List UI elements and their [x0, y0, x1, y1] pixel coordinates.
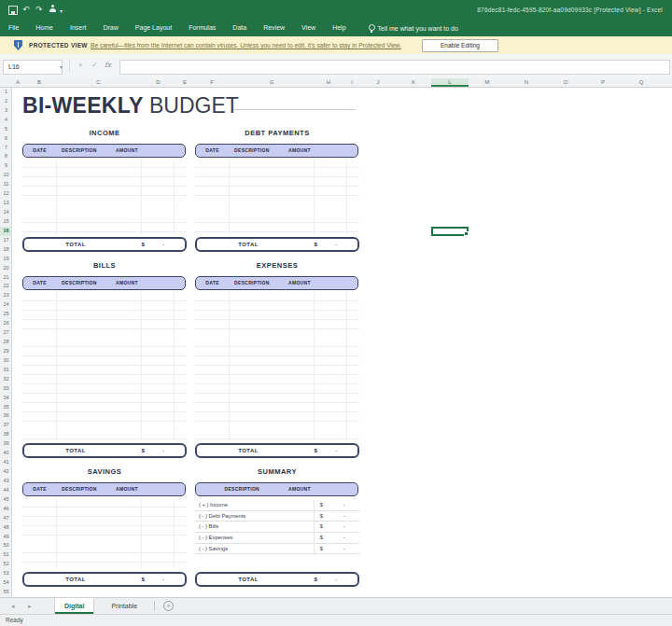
row-header-23[interactable]: 23	[0, 291, 12, 300]
column-header-p[interactable]: P	[584, 78, 622, 87]
row-header-25[interactable]: 25	[0, 310, 12, 319]
cancel-icon[interactable]: ×	[78, 61, 83, 69]
name-box[interactable]: L16	[3, 60, 63, 75]
column-header-h[interactable]: H	[314, 78, 343, 87]
column-header-j[interactable]: J	[360, 78, 396, 87]
ribbon-tab-review[interactable]: Review	[255, 20, 293, 36]
column-header-m[interactable]: M	[469, 78, 506, 87]
column-header-i[interactable]: I	[343, 78, 360, 87]
ribbon-tab-insert[interactable]: Insert	[62, 20, 95, 36]
prev-sheet-icon[interactable]: ◂	[11, 603, 15, 610]
user-icon[interactable]	[49, 5, 57, 13]
row-header-9[interactable]: 9	[0, 161, 12, 171]
row-header-5[interactable]: 5	[0, 125, 12, 134]
ribbon-tab-data[interactable]: Data	[224, 20, 255, 36]
row-header-26[interactable]: 26	[0, 319, 12, 328]
row-header-2[interactable]: 2	[0, 97, 12, 106]
save-icon[interactable]	[8, 6, 18, 15]
row-header-46[interactable]: 46	[0, 505, 12, 514]
row-header-55[interactable]: 55	[0, 588, 12, 597]
row-header-48[interactable]: 48	[0, 523, 12, 533]
row-header-17[interactable]: 17	[0, 236, 12, 245]
row-header-37[interactable]: 37	[0, 421, 12, 430]
column-header-f[interactable]: F	[194, 78, 230, 87]
row-header-24[interactable]: 24	[0, 300, 12, 310]
row-header-33[interactable]: 33	[0, 384, 12, 394]
row-header-32[interactable]: 32	[0, 375, 12, 384]
ribbon-tab-home[interactable]: Home	[27, 20, 62, 36]
row-header-52[interactable]: 52	[0, 560, 12, 569]
name-box-dropdown-icon[interactable]: ▾	[60, 63, 63, 70]
row-header-54[interactable]: 54	[0, 578, 12, 588]
row-header-21[interactable]: 21	[0, 273, 12, 283]
row-header-8[interactable]: 8	[0, 152, 12, 161]
row-header-53[interactable]: 53	[0, 569, 12, 578]
redo-icon[interactable]: ↷	[35, 5, 43, 14]
qat-dropdown-icon[interactable]: ▾	[60, 7, 63, 16]
ribbon-tab-help[interactable]: Help	[324, 20, 354, 36]
row-header-15[interactable]: 15	[0, 217, 12, 227]
debt-payments-data-area[interactable]	[195, 159, 359, 235]
column-header-l[interactable]: L	[431, 78, 469, 87]
row-header-50[interactable]: 50	[0, 541, 12, 550]
formula-input[interactable]	[119, 60, 670, 75]
row-header-1[interactable]: 1	[0, 88, 12, 97]
row-header-14[interactable]: 14	[0, 208, 12, 217]
row-header-47[interactable]: 47	[0, 514, 12, 523]
row-header-19[interactable]: 19	[0, 255, 12, 264]
new-sheet-button[interactable]: +	[163, 601, 174, 611]
column-header-n[interactable]: N	[506, 78, 547, 87]
row-header-38[interactable]: 38	[0, 430, 12, 439]
column-header-q[interactable]: Q	[622, 78, 661, 87]
column-header-k[interactable]: K	[396, 78, 431, 87]
ribbon-tab-page-layout[interactable]: Page Layout	[127, 20, 180, 36]
sheet-tab-digital[interactable]: Digital	[54, 598, 94, 614]
row-header-13[interactable]: 13	[0, 199, 12, 208]
row-header-36[interactable]: 36	[0, 411, 12, 421]
income-data-area[interactable]	[22, 159, 187, 235]
column-header-b[interactable]: B	[22, 78, 56, 87]
row-header-29[interactable]: 29	[0, 347, 12, 356]
fill-handle[interactable]	[464, 231, 469, 236]
enter-icon[interactable]: ✓	[91, 61, 98, 69]
ribbon-tab-view[interactable]: View	[293, 20, 324, 36]
row-header-10[interactable]: 10	[0, 171, 12, 180]
row-header-20[interactable]: 20	[0, 264, 12, 273]
enable-editing-button[interactable]: Enable Editing	[422, 39, 498, 52]
ribbon-tab-formulas[interactable]: Formulas	[180, 20, 224, 36]
row-header-31[interactable]: 31	[0, 366, 12, 375]
row-header-45[interactable]: 45	[0, 495, 12, 505]
row-header-35[interactable]: 35	[0, 403, 12, 412]
column-header-d[interactable]: D	[141, 78, 175, 87]
row-header-30[interactable]: 30	[0, 356, 12, 366]
row-header-12[interactable]: 12	[0, 189, 12, 199]
savings-data-area[interactable]	[22, 498, 187, 569]
row-header-43[interactable]: 43	[0, 477, 12, 486]
row-header-44[interactable]: 44	[0, 486, 12, 495]
row-header-49[interactable]: 49	[0, 533, 12, 542]
ribbon-tab-draw[interactable]: Draw	[94, 20, 126, 36]
row-header-18[interactable]: 18	[0, 245, 12, 255]
column-header-o[interactable]: O	[547, 78, 584, 87]
row-header-6[interactable]: 6	[0, 134, 12, 144]
next-sheet-icon[interactable]: ▸	[28, 603, 32, 610]
row-header-3[interactable]: 3	[0, 106, 12, 116]
row-header-34[interactable]: 34	[0, 394, 12, 403]
row-header-11[interactable]: 11	[0, 180, 12, 189]
ribbon-tab-file[interactable]: File	[0, 20, 27, 36]
row-header-27[interactable]: 27	[0, 328, 12, 338]
expenses-data-area[interactable]	[195, 292, 359, 441]
row-header-4[interactable]: 4	[0, 116, 12, 125]
column-header-c[interactable]: C	[56, 78, 141, 87]
row-header-28[interactable]: 28	[0, 338, 12, 347]
bills-data-area[interactable]	[22, 292, 187, 441]
sheet-tab-printable[interactable]: Printable	[102, 598, 147, 614]
column-header-g[interactable]: G	[230, 78, 314, 87]
row-header-39[interactable]: 39	[0, 439, 12, 449]
undo-icon[interactable]: ↶	[22, 5, 30, 14]
row-header-41[interactable]: 41	[0, 458, 12, 467]
worksheet-grid[interactable]: 1234567891011121314151617181920212223242…	[0, 88, 672, 597]
column-header-e[interactable]: E	[175, 78, 194, 87]
row-header-16[interactable]: 16	[0, 227, 12, 236]
row-header-22[interactable]: 22	[0, 282, 12, 291]
